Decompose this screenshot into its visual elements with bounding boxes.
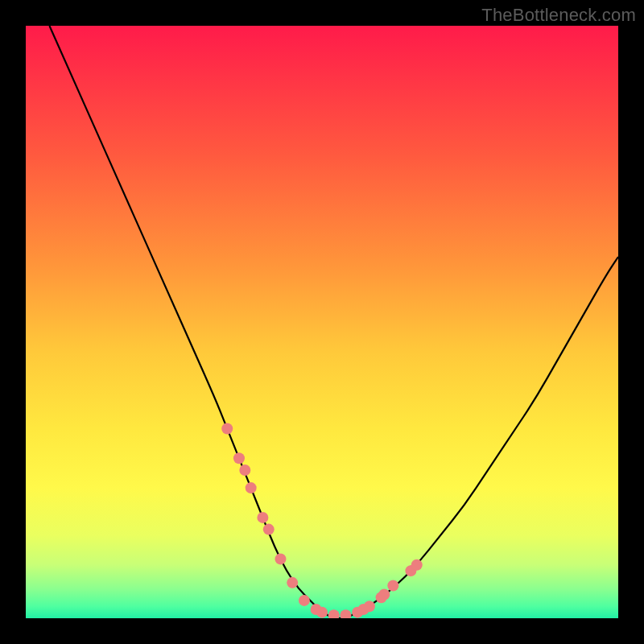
marker-point [263,524,275,535]
marker-point [287,577,298,588]
marker-point [299,595,310,606]
marker-point [378,589,390,601]
marker-point [328,609,340,618]
bottleneck-curve [49,26,618,618]
marker-point [221,423,233,434]
marker-point [239,464,250,476]
marker-point [411,559,423,571]
marker-point [316,607,328,618]
highlighted-points [221,423,423,618]
marker-point [246,482,257,493]
watermark-text: TheBottleneck.com [481,5,636,26]
marker-point [233,452,245,464]
marker-point [340,609,351,618]
plot-area [26,26,618,618]
marker-point [257,512,268,523]
marker-point [387,580,398,592]
marker-point [364,601,375,612]
marker-point [275,553,286,564]
chart-frame: TheBottleneck.com [0,0,644,644]
chart-svg [26,26,618,618]
